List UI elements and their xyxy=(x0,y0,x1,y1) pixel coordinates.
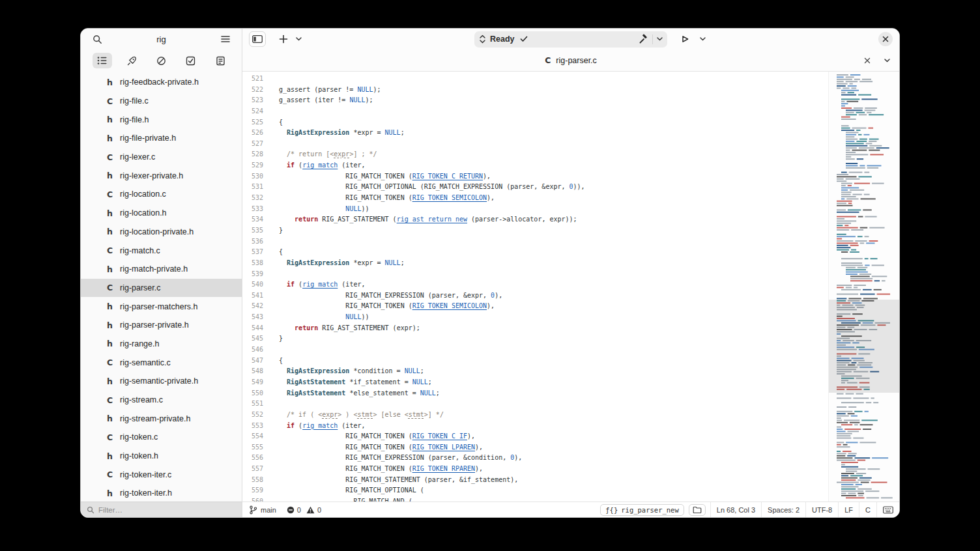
filter-input[interactable] xyxy=(98,506,216,514)
code-line[interactable]: 560 RIG_MATCH_AND ( xyxy=(242,496,828,502)
open-folder-chip[interactable] xyxy=(689,504,706,516)
file-row[interactable]: hrig-feedback-private.h xyxy=(81,73,242,92)
sidebar-tab-diagnostics[interactable] xyxy=(151,53,171,68)
run-options-chevron-icon[interactable] xyxy=(697,31,708,47)
code-line[interactable]: 535} xyxy=(242,225,828,236)
code-line[interactable]: 554 RIG_MATCH_TOKEN (RIG_TOKEN_C_IF), xyxy=(242,431,828,442)
line-number[interactable]: 557 xyxy=(242,464,263,475)
sidebar-tab-notes[interactable] xyxy=(210,53,230,68)
line-number[interactable]: 543 xyxy=(242,312,263,323)
diagnostics-indicator[interactable]: 0 0 xyxy=(287,506,321,514)
code-line[interactable]: 555 RIG_MATCH_TOKEN (RIG_TOKEN_LPAREN), xyxy=(242,442,828,453)
file-row[interactable]: Crig-location.c xyxy=(81,185,242,204)
file-row[interactable]: Crig-token.c xyxy=(81,428,242,447)
code-line[interactable]: 549 RigAstStatement *if_statement = NULL… xyxy=(242,377,828,388)
symbol-link[interactable]: RIG_TOKEN_SEMICOLON xyxy=(412,302,487,309)
line-number[interactable]: 547 xyxy=(242,356,263,367)
code-line[interactable]: 536 xyxy=(242,236,828,247)
file-row[interactable]: hrig-semantic-private.h xyxy=(81,372,242,391)
project-search-bar[interactable]: rig xyxy=(81,29,242,49)
file-row[interactable]: hrig-location-private.h xyxy=(81,223,242,242)
line-number[interactable]: 560 xyxy=(242,496,263,502)
code-lines[interactable]: 521522g_assert (parser != NULL);523g_ass… xyxy=(242,72,828,502)
code-line[interactable]: 528 /* return [<expr>] ; */ xyxy=(242,149,828,160)
file-row[interactable]: Crig-lexer.c xyxy=(81,148,242,167)
code-line[interactable]: 527 xyxy=(242,139,828,150)
line-number[interactable]: 555 xyxy=(242,442,263,453)
file-row[interactable]: hrig-token-iter.h xyxy=(81,484,242,502)
line-number[interactable]: 542 xyxy=(242,301,263,312)
line-number[interactable]: 537 xyxy=(242,247,263,258)
new-tab-button[interactable] xyxy=(275,31,292,47)
symbol-link[interactable]: rig_match xyxy=(302,422,338,429)
hamburger-menu-icon[interactable] xyxy=(217,31,234,47)
code-line[interactable]: 534 return RIG_AST_STATEMENT (rig_ast_re… xyxy=(242,214,828,225)
code-line[interactable]: 550 RigAstStatement *else_statement = NU… xyxy=(242,388,828,399)
line-number[interactable]: 528 xyxy=(242,149,263,160)
line-number[interactable]: 550 xyxy=(242,388,263,399)
file-row[interactable]: hrig-file.h xyxy=(81,110,242,129)
code-line[interactable]: 558 RIG_MATCH_STATEMENT (parser, &if_sta… xyxy=(242,475,828,486)
line-number[interactable]: 538 xyxy=(242,258,263,269)
code-line[interactable]: 526 RigAstExpression *expr = NULL; xyxy=(242,128,828,139)
code-line[interactable]: 529 if (rig_match (iter, xyxy=(242,160,828,171)
file-row[interactable]: hrig-location.h xyxy=(81,204,242,223)
symbol-link[interactable]: rig_match xyxy=(302,281,338,288)
window-close-button[interactable] xyxy=(878,32,893,46)
sidebar-tab-todo[interactable] xyxy=(181,53,201,68)
line-number[interactable]: 532 xyxy=(242,193,263,204)
current-symbol-chip[interactable]: ƒ{} rig_parser_new xyxy=(600,504,684,516)
file-row[interactable]: hrig-parser-private.h xyxy=(81,316,242,335)
line-number[interactable]: 524 xyxy=(242,106,263,117)
tab-close-icon[interactable] xyxy=(861,53,873,68)
panel-toggle-button[interactable] xyxy=(249,31,266,47)
line-number[interactable]: 526 xyxy=(242,128,263,139)
line-number[interactable]: 536 xyxy=(242,236,263,247)
cursor-position[interactable]: Ln 68, Col 3 xyxy=(710,502,761,517)
file-row[interactable]: hrig-token.h xyxy=(81,447,242,466)
file-row[interactable]: Crig-parser.c xyxy=(81,279,242,298)
sidebar-tab-project-tree[interactable] xyxy=(93,53,112,68)
language-setting[interactable]: C xyxy=(859,502,876,517)
sidebar-tab-build-pipeline[interactable] xyxy=(122,53,141,68)
code-line[interactable]: 548 RigAstExpression *condition = NULL; xyxy=(242,366,828,377)
code-line[interactable]: 533 NULL)) xyxy=(242,204,828,215)
keyboard-indicator[interactable] xyxy=(876,502,899,517)
line-number[interactable]: 540 xyxy=(242,279,263,290)
line-number[interactable]: 546 xyxy=(242,345,263,356)
code-line[interactable]: 539 xyxy=(242,269,828,280)
line-number[interactable]: 559 xyxy=(242,485,263,496)
line-number[interactable]: 552 xyxy=(242,410,263,421)
code-line[interactable]: 551 xyxy=(242,399,828,410)
symbol-link[interactable]: RIG_TOKEN_SEMICOLON xyxy=(412,194,487,201)
line-number[interactable]: 544 xyxy=(242,323,263,334)
build-options-chevron-icon[interactable] xyxy=(657,37,663,41)
code-line[interactable]: 544 return RIG_AST_STATEMENT (expr); xyxy=(242,323,828,334)
build-hammer-icon[interactable] xyxy=(638,34,648,44)
line-number[interactable]: 541 xyxy=(242,290,263,302)
file-row[interactable]: hrig-file-private.h xyxy=(81,129,242,148)
indentation-setting[interactable]: Spaces: 2 xyxy=(761,502,805,517)
symbol-link[interactable]: RIG_TOKEN_C_IF xyxy=(412,432,467,440)
line-number[interactable]: 551 xyxy=(242,399,263,410)
code-line[interactable]: 542 RIG_MATCH_TOKEN (RIG_TOKEN_SEMICOLON… xyxy=(242,301,828,312)
file-row[interactable]: Crig-stream.c xyxy=(81,391,242,410)
line-number[interactable]: 527 xyxy=(242,139,263,150)
line-number[interactable]: 531 xyxy=(242,182,263,193)
minimap[interactable] xyxy=(828,72,899,502)
code-line[interactable]: 559 RIG_MATCH_OPTIONAL ( xyxy=(242,485,828,496)
file-row[interactable]: hrig-lexer-private.h xyxy=(81,166,242,185)
omnibar[interactable]: Ready xyxy=(474,31,667,48)
line-number[interactable]: 525 xyxy=(242,117,263,128)
line-number[interactable]: 553 xyxy=(242,421,263,432)
code-line[interactable]: 522g_assert (parser != NULL); xyxy=(242,85,828,96)
line-number[interactable]: 530 xyxy=(242,171,263,182)
minimap-viewport[interactable] xyxy=(829,300,899,393)
line-ending-setting[interactable]: LF xyxy=(838,502,859,517)
line-number[interactable]: 558 xyxy=(242,475,263,486)
file-row[interactable]: hrig-parser-matchers.h xyxy=(81,297,242,316)
code-line[interactable]: 547{ xyxy=(242,356,828,367)
code-line[interactable]: 525{ xyxy=(242,117,828,128)
file-row[interactable]: hrig-stream-private.h xyxy=(81,409,242,428)
line-number[interactable]: 549 xyxy=(242,377,263,388)
